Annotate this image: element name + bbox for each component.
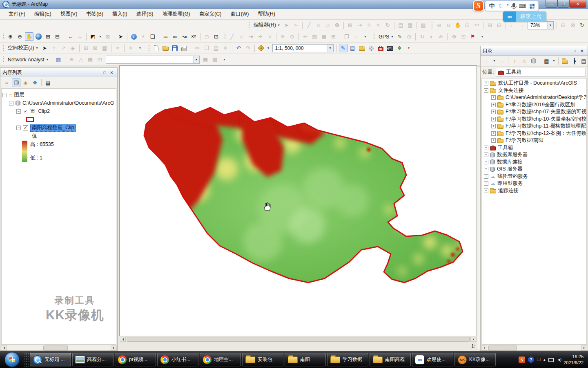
reshape-feature-tool[interactable]: ⇥ — [355, 21, 364, 29]
toolbar-grip[interactable] — [373, 33, 375, 40]
menu-item[interactable]: 插入(I) — [108, 9, 132, 19]
network-barriers[interactable]: ▩ — [211, 55, 219, 64]
gps-log-stop[interactable]: ✍ — [437, 32, 445, 41]
list-by-drawing-order[interactable]: ≡ — [2, 79, 11, 87]
cut-button[interactable]: ✂ — [193, 44, 202, 52]
expand-icon[interactable]: + — [484, 160, 488, 164]
taskbar-arcmap[interactable]: 无标题 ... — [30, 353, 71, 366]
adjust-select-arrow[interactable]: ➤ — [40, 44, 49, 52]
catalog-item-my-hosted-services[interactable]: + ☁ 我托管的服务 — [482, 173, 586, 180]
layout-go-forward-extent[interactable]: → — [517, 21, 526, 29]
toolbar-overflow[interactable]: ▾ — [361, 32, 370, 41]
float-panel-icon[interactable]: □ — [101, 70, 108, 76]
punctuation-mode-icon[interactable]: ’ — [507, 3, 509, 9]
search-window-button[interactable]: ◎ — [367, 44, 376, 52]
map-canvas[interactable] — [119, 65, 477, 336]
spatial-adjustment-menu-button[interactable]: 空间校正(J)▾ — [6, 44, 40, 52]
new-document-button[interactable] — [152, 44, 160, 52]
close-icon[interactable]: ✕ — [579, 48, 586, 54]
network-matrix[interactable]: ▦ — [86, 55, 95, 64]
microphone-icon[interactable] — [512, 3, 515, 7]
scroll-left-icon[interactable] — [1, 346, 7, 350]
contents-view[interactable]: ▦ — [542, 57, 551, 65]
chevron-down-icon[interactable]: ▾ — [547, 22, 553, 29]
zoom-out-tool[interactable]: ⊖ — [16, 32, 24, 41]
minimize-button[interactable]: — — [546, 0, 557, 8]
adjustment-preview[interactable]: ✳ — [127, 44, 135, 52]
catalog-back[interactable]: ← — [483, 57, 491, 65]
taskbar-clock[interactable]: 16:25 2021/6/22 — [564, 354, 584, 366]
expand-icon[interactable]: + — [484, 167, 488, 171]
layout-fixed-zoom-in[interactable]: ⊞ — [486, 21, 494, 29]
pan-tool[interactable]: ✋ — [25, 32, 33, 41]
toggle-draft-mode[interactable]: ⊟ — [559, 21, 568, 29]
expand-icon[interactable]: + — [484, 181, 488, 186]
zoom-in-tool[interactable]: ⊕ — [6, 32, 15, 41]
limited-adjustment[interactable]: ⊠ — [91, 44, 100, 52]
edit-annotation-button[interactable]: ▦ — [320, 32, 328, 41]
catalog-item-gis-servers[interactable]: + GIS 服务器 — [482, 166, 586, 173]
network-icon[interactable] — [548, 358, 554, 362]
select-elements-tool[interactable]: ➤ — [116, 32, 125, 41]
scrollbar-thumb[interactable] — [127, 337, 470, 342]
menu-item[interactable]: 帮助(H) — [254, 9, 280, 19]
pin-icon[interactable]: ▫ — [572, 48, 579, 54]
move-tool[interactable]: ✛ — [365, 21, 373, 29]
catalog-item-database-connections[interactable]: + 数据库连接 — [482, 159, 586, 166]
start-button[interactable] — [4, 352, 20, 367]
grid-tool[interactable]: ⊞ — [329, 32, 338, 41]
expand-icon[interactable]: + — [484, 153, 488, 157]
layer-visibility-checkbox[interactable]: ✓ — [23, 109, 28, 114]
edit-tool[interactable]: ➤ — [282, 21, 291, 29]
create-features-button[interactable]: ▧ — [419, 21, 428, 29]
catalog-back-dropdown[interactable]: ▾ — [492, 57, 497, 65]
toc-layer-nanyang-dem[interactable]: − ✓ 南阳高程数据_Clip — [2, 123, 115, 132]
python-window-button[interactable]: &gt;_ — [386, 44, 394, 52]
toc-options[interactable]: ▤ — [44, 79, 52, 87]
keyboard-icon[interactable]: ⌨ — [519, 3, 526, 9]
map-horizontal-scrollbar[interactable] — [119, 336, 477, 342]
proportion-tool[interactable]: ╱ — [228, 32, 236, 41]
netdisk-upload-button[interactable]: ∞ 极速上传 — [503, 11, 546, 22]
map-scale-combo[interactable]: 1:1, 500, 000▾ — [272, 44, 334, 52]
layout-zoom-whole-page[interactable]: ⊡ — [463, 21, 472, 29]
connect-to-folder[interactable] — [561, 57, 569, 65]
taskbar-chrome-pr[interactable]: pr视频... — [115, 353, 156, 366]
scrollbar-thumb[interactable] — [488, 346, 517, 350]
gps-menu-button[interactable]: GPS▾ — [376, 33, 395, 40]
buffer-tool[interactable]: ○ — [352, 32, 360, 41]
ime-language-mode[interactable]: 中 — [489, 2, 495, 10]
layer-visibility-checkbox[interactable]: ✓ — [23, 125, 28, 130]
edit-vertices-tool[interactable]: ⊠ — [346, 21, 354, 29]
layout-fixed-zoom-out[interactable]: ⊟ — [495, 21, 503, 29]
expand-icon[interactable]: + — [491, 117, 496, 121]
snap-tool[interactable]: ✳ — [278, 32, 287, 41]
taskbar-folder-install[interactable]: 安装包 — [242, 353, 283, 366]
toolbar-overflow[interactable]: ▾ — [220, 55, 229, 64]
network-directions[interactable]: ⊡ — [96, 55, 104, 64]
offset-tool[interactable]: ↩ — [301, 32, 310, 41]
create-viewer-window[interactable]: ⊡ — [212, 32, 220, 41]
split-tool[interactable]: × — [374, 21, 383, 29]
select-network-location[interactable]: △ — [77, 55, 85, 64]
editor-menu-button[interactable]: 编辑器(R)▾ — [252, 21, 282, 29]
identify-tool[interactable]: i — [129, 32, 138, 41]
redo-button[interactable]: ↷ — [244, 44, 252, 52]
catalog-window-button[interactable] — [358, 44, 366, 52]
scrollbar-thumb[interactable] — [43, 346, 68, 350]
model-builder-button[interactable]: ❖ — [395, 44, 404, 52]
catalog-item-2019-admin[interactable]: + F:\学习数据\2019全国行政区划 — [482, 101, 586, 109]
expand-icon[interactable]: + — [491, 131, 496, 136]
layout-pan[interactable]: ✋ — [454, 21, 462, 29]
paste-button[interactable]: ▤ — [212, 44, 220, 52]
create-network-location[interactable]: ✳ — [67, 55, 76, 64]
scroll-right-icon[interactable] — [581, 346, 587, 350]
straight-segment-tool[interactable]: ╱ — [305, 21, 313, 29]
delete-button[interactable]: ✕ — [221, 44, 230, 52]
ime-toolbox-icon[interactable] — [530, 4, 535, 9]
toolbar-overflow[interactable]: ▾ — [405, 44, 413, 52]
catalog-item-database-servers[interactable]: + 数据库服务器 — [482, 151, 586, 159]
trace-tool[interactable]: ❆ — [333, 21, 341, 29]
catalog-item-chp12[interactable]: + F:\学习数据\chp-12-案例：无任何数据 — [482, 130, 586, 137]
catalog-item-desktop-folder[interactable]: + C:\Users\Administrator\Desktop\学习 — [482, 94, 586, 101]
